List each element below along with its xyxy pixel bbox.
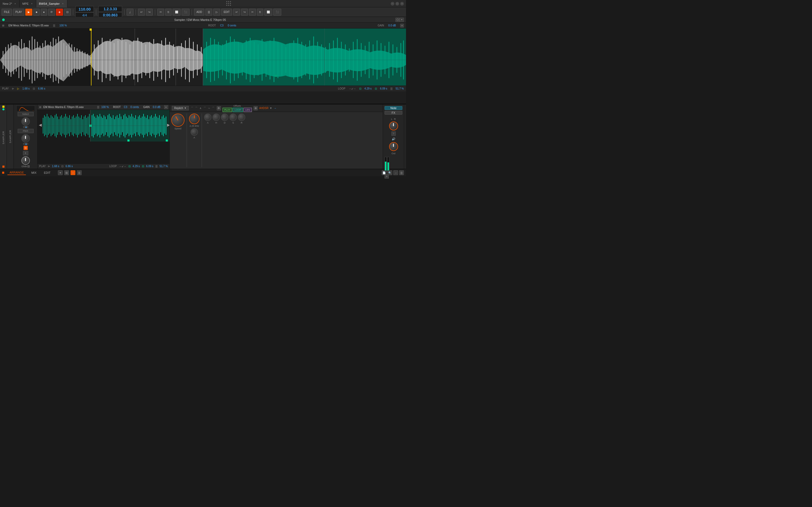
- cut2-btn[interactable]: ✂: [249, 9, 256, 15]
- help-button[interactable]: ?: [392, 131, 396, 136]
- env-s-knob[interactable]: [230, 114, 237, 121]
- play-button[interactable]: ▶: [26, 9, 32, 15]
- arrange-tab[interactable]: ARRANGE: [7, 170, 26, 175]
- mini-wf-menu[interactable]: ≡: [164, 105, 168, 109]
- zoom-value: 100 %: [59, 24, 67, 27]
- copy2-btn[interactable]: ⎘: [257, 9, 263, 15]
- attack-knob[interactable]: [191, 128, 198, 136]
- fx-button[interactable]: FX: [385, 111, 402, 115]
- add2-button[interactable]: ADD: [194, 9, 204, 15]
- tab-mpe-close[interactable]: ×: [30, 2, 33, 5]
- position-display[interactable]: 1.2.3.33: [98, 6, 122, 12]
- minimize-button[interactable]: ─: [391, 2, 394, 6]
- metronome-button[interactable]: ♩: [126, 9, 134, 15]
- shape-btn-1[interactable]: ⌒: [190, 106, 194, 110]
- footer-link-btn[interactable]: ⛓: [64, 170, 69, 175]
- mix-tab[interactable]: MIX: [29, 171, 39, 175]
- redo2-btn[interactable]: ↪: [241, 9, 248, 15]
- mini-wf-container[interactable]: ◀ ▶: [38, 110, 169, 163]
- grid-icon-btn[interactable]: ⊞: [253, 106, 258, 110]
- mini-play-label: PLAY: [39, 165, 46, 168]
- glide-toggle[interactable]: [28, 165, 30, 167]
- play-text-button[interactable]: PLAY: [13, 9, 24, 15]
- env-d-knob[interactable]: [221, 114, 229, 121]
- select-button[interactable]: Select: [18, 112, 34, 116]
- note-button[interactable]: Note: [385, 106, 402, 110]
- add-button[interactable]: +: [56, 9, 63, 15]
- tab-new2-close[interactable]: ×: [13, 2, 17, 5]
- shape-btn-3[interactable]: ∧: [199, 106, 202, 110]
- env-a-knob[interactable]: [204, 114, 211, 121]
- bpm-area[interactable]: 110.00 4/4: [75, 6, 94, 18]
- shape-btn-2[interactable]: ⌒: [195, 106, 198, 110]
- play-offset-btn[interactable]: PLAY: [222, 108, 232, 112]
- close-button[interactable]: ×: [400, 2, 404, 6]
- footer-search-icon[interactable]: 🔍: [388, 170, 392, 175]
- sampler-menu[interactable]: ≡: [400, 24, 404, 27]
- footer-arrow-icon[interactable]: →: [393, 170, 398, 175]
- record-button[interactable]: ●: [41, 9, 47, 15]
- tab-new2[interactable]: New 2* ×: [0, 0, 19, 7]
- settings-icon-btn[interactable]: ⚙: [217, 106, 221, 110]
- edit-button[interactable]: EDIT: [221, 9, 232, 15]
- loop-record-button[interactable]: ⟳: [48, 9, 55, 15]
- env-r-knob[interactable]: [238, 114, 245, 121]
- pan-slider2[interactable]: [23, 143, 28, 145]
- redo-btn[interactable]: ↪: [146, 9, 153, 15]
- root-note: C3: [220, 24, 223, 27]
- repitch-dropdown[interactable]: Repitch ▼: [172, 106, 189, 110]
- env-h-knob[interactable]: [212, 114, 220, 121]
- undo2-btn[interactable]: ↩: [233, 9, 240, 15]
- tab-bws4-close[interactable]: ×: [61, 2, 64, 5]
- waveform-container[interactable]: PLAY ⊳ ▷ 1.68 s ⊡ 6.86 s LOOP →↙→ ⊡ 4.29…: [0, 29, 406, 91]
- file-button[interactable]: FILE: [2, 9, 12, 15]
- add-channel-button[interactable]: +: [23, 151, 28, 155]
- shape-btn-4[interactable]: ⌒: [203, 106, 207, 110]
- out-knob[interactable]: [389, 142, 398, 151]
- loop-offset-btn[interactable]: LOOP: [233, 108, 243, 112]
- sampler-power[interactable]: [2, 18, 5, 21]
- maximize-button[interactable]: □: [395, 2, 399, 6]
- speed-label: Speed: [174, 127, 181, 130]
- bpm-display[interactable]: 110.00: [75, 6, 94, 12]
- channel-number: ⊡: [23, 146, 28, 150]
- power-toggle[interactable]: [2, 108, 4, 110]
- stop-button[interactable]: ■: [33, 9, 40, 15]
- send-button[interactable]: ⊡: [64, 9, 71, 15]
- knob2-group: [21, 134, 30, 145]
- footer-connect-btn[interactable]: ⚭: [58, 170, 63, 175]
- footer-bars-btn[interactable]: |||: [77, 170, 82, 175]
- edit-tab[interactable]: EDIT: [42, 171, 53, 175]
- speed-section: Speed: [171, 114, 185, 167]
- bars-button[interactable]: |||: [205, 9, 212, 15]
- glide-knob[interactable]: [21, 156, 30, 165]
- copy-btn[interactable]: ⎘: [165, 9, 171, 15]
- len-offset-btn[interactable]: LEN: [244, 108, 252, 112]
- speed-knob[interactable]: [171, 114, 185, 127]
- paste4-btn[interactable]: ⬛: [273, 9, 281, 15]
- tab-mpe[interactable]: MPE ×: [19, 0, 36, 7]
- glide-label: Glide: [21, 165, 27, 168]
- loop-btn[interactable]: ↩: [138, 9, 145, 15]
- footer-file-icon[interactable]: 📄: [382, 170, 387, 175]
- paste2-btn[interactable]: ⬛: [182, 9, 190, 15]
- freq-knob[interactable]: [189, 114, 200, 124]
- playhead-button[interactable]: ▷: [213, 9, 220, 15]
- footer-bars2-icon[interactable]: |||: [399, 170, 404, 175]
- shape-btn-5[interactable]: ∼: [207, 106, 211, 110]
- tab-bws4[interactable]: BWS4_Sampler ×: [36, 0, 67, 7]
- pan-slider[interactable]: [23, 126, 28, 128]
- knob1[interactable]: [21, 117, 30, 126]
- mini-waveform-svg[interactable]: ◀ ▶: [38, 110, 169, 142]
- paste3-btn[interactable]: ⬜: [264, 9, 272, 15]
- footer-box-btn[interactable]: □: [70, 170, 75, 175]
- cut-btn[interactable]: ✂: [157, 9, 164, 15]
- knob2[interactable]: [21, 134, 30, 143]
- paste-btn[interactable]: ⬜: [172, 9, 181, 15]
- mini-loop-time: 4.29 s: [133, 165, 140, 168]
- shape-btn-6[interactable]: ⌒: [211, 106, 215, 110]
- pan-knob[interactable]: [389, 121, 398, 130]
- sampler-close[interactable]: ×: [400, 18, 404, 22]
- pitch-button[interactable]: Pitch: [18, 129, 34, 133]
- sampler-expand[interactable]: ⬡: [395, 18, 400, 22]
